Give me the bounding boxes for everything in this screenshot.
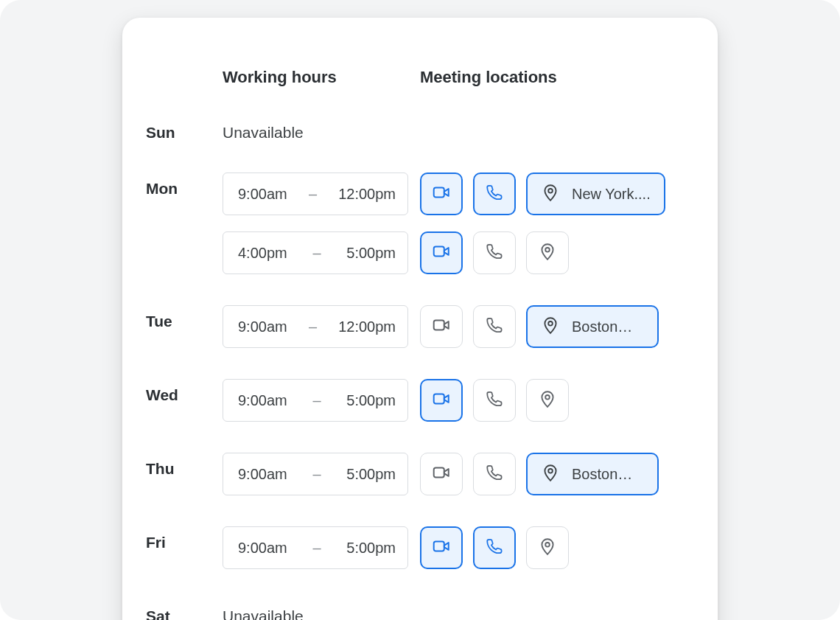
unavailable-text: Unavailable: [223, 116, 408, 142]
background-surface: Working hours Meeting locations SunUnava…: [0, 0, 840, 620]
video-toggle[interactable]: [420, 379, 463, 422]
video-icon: [432, 316, 451, 338]
video-icon: [432, 242, 451, 265]
phone-toggle[interactable]: [473, 453, 516, 495]
location-row: [420, 231, 696, 274]
phone-toggle[interactable]: [473, 173, 516, 215]
end-time: 5:00pm: [346, 392, 396, 409]
location-pin-icon: [541, 463, 564, 486]
end-time: 12:00pm: [338, 186, 396, 203]
location-toggle[interactable]: [526, 379, 569, 422]
start-time: 9:00am: [238, 540, 287, 557]
day-label: Mon: [146, 173, 211, 198]
phone-icon: [485, 389, 504, 412]
location-pin-icon: [538, 389, 557, 412]
day-row: Mon9:00am–12:00pm4:00pm–5:00pmNew York..…: [146, 173, 696, 274]
time-range-input[interactable]: 9:00am–5:00pm: [223, 379, 408, 422]
time-range-input[interactable]: 4:00pm–5:00pm: [223, 231, 408, 274]
phone-toggle[interactable]: [473, 231, 516, 274]
dash: –: [309, 318, 317, 335]
dash: –: [312, 245, 321, 262]
meeting-locations-header: Meeting locations: [420, 68, 696, 87]
time-range-input[interactable]: 9:00am–12:00pm: [223, 305, 408, 348]
start-time: 9:00am: [238, 318, 287, 335]
end-time: 5:00pm: [346, 245, 396, 262]
end-time: 5:00pm: [346, 466, 396, 483]
location-row: [420, 379, 696, 422]
location-pin-icon: [541, 316, 564, 338]
location-chip[interactable]: New York....: [526, 173, 665, 215]
dash: –: [312, 466, 321, 483]
location-name: Boston…: [572, 318, 632, 335]
day-row: Tue9:00am–12:00pmBoston…: [146, 305, 696, 348]
location-pin-icon: [538, 537, 557, 560]
video-toggle[interactable]: [420, 173, 463, 215]
day-label: Thu: [146, 453, 211, 478]
day-label: Fri: [146, 526, 211, 551]
phone-toggle[interactable]: [473, 526, 516, 569]
day-row: SatUnavailable: [146, 600, 696, 620]
phone-toggle[interactable]: [473, 305, 516, 348]
day-row: Thu9:00am–5:00pmBoston…: [146, 453, 696, 495]
start-time: 9:00am: [238, 466, 287, 483]
phone-icon: [485, 463, 504, 486]
video-icon: [432, 537, 451, 560]
day-label: Wed: [146, 379, 211, 404]
location-pin-icon: [541, 183, 564, 206]
day-label: Sun: [146, 116, 211, 142]
start-time: 4:00pm: [238, 245, 287, 262]
video-toggle[interactable]: [420, 305, 463, 348]
video-toggle[interactable]: [420, 453, 463, 495]
dash: –: [312, 392, 321, 409]
phone-icon: [485, 537, 504, 560]
day-row: Wed9:00am–5:00pm: [146, 379, 696, 422]
phone-icon: [485, 242, 504, 265]
day-label: Tue: [146, 305, 211, 330]
end-time: 12:00pm: [338, 318, 396, 335]
location-name: Boston…: [572, 466, 632, 483]
end-time: 5:00pm: [346, 540, 396, 557]
dash: –: [312, 540, 321, 557]
working-hours-card: Working hours Meeting locations SunUnava…: [122, 18, 718, 620]
unavailable-text: Unavailable: [223, 600, 408, 620]
start-time: 9:00am: [238, 186, 287, 203]
location-chip[interactable]: Boston…: [526, 305, 659, 348]
location-row: [420, 526, 696, 569]
day-row: SunUnavailable: [146, 116, 696, 142]
video-toggle[interactable]: [420, 231, 463, 274]
video-toggle[interactable]: [420, 526, 463, 569]
working-hours-header: Working hours: [223, 68, 408, 87]
phone-icon: [485, 183, 504, 206]
location-chip[interactable]: Boston…: [526, 453, 659, 495]
phone-toggle[interactable]: [473, 379, 516, 422]
location-pin-icon: [538, 242, 557, 265]
video-icon: [432, 463, 451, 486]
time-range-input[interactable]: 9:00am–12:00pm: [223, 173, 408, 215]
location-toggle[interactable]: [526, 526, 569, 569]
dash: –: [309, 186, 317, 203]
location-toggle[interactable]: [526, 231, 569, 274]
location-row: Boston…: [420, 305, 696, 348]
location-name: New York....: [572, 186, 651, 203]
column-headers: Working hours Meeting locations: [146, 68, 696, 87]
day-row: Fri9:00am–5:00pm: [146, 526, 696, 569]
time-range-input[interactable]: 9:00am–5:00pm: [223, 526, 408, 569]
video-icon: [432, 389, 451, 412]
day-label: Sat: [146, 600, 211, 620]
phone-icon: [485, 316, 504, 338]
start-time: 9:00am: [238, 392, 287, 409]
time-range-input[interactable]: 9:00am–5:00pm: [223, 453, 408, 495]
video-icon: [432, 183, 451, 206]
location-row: Boston…: [420, 453, 696, 495]
location-row: New York....: [420, 173, 696, 215]
